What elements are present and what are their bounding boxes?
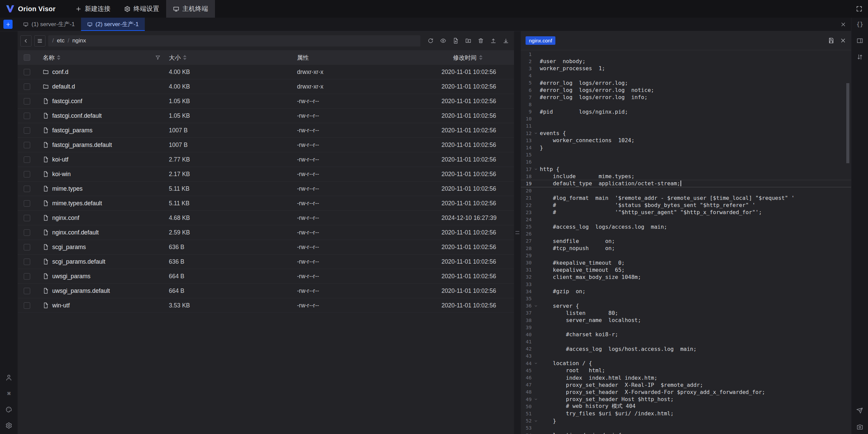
code-line[interactable]: 54 location /orion/api { xyxy=(521,432,851,434)
file-name[interactable]: koi-win xyxy=(52,171,71,178)
file-row[interactable]: koi-win2.17 KB-rw-r--r--2020-11-01 10:02… xyxy=(18,167,514,182)
code-line[interactable]: 46 index index.html index.htm; xyxy=(521,374,851,381)
sort-name-button[interactable] xyxy=(57,55,60,60)
file-row[interactable]: fastcgi_params.default1007 B-rw-r--r--20… xyxy=(18,138,514,152)
code-line[interactable]: 5#error_log logs/error.log; xyxy=(521,79,851,87)
code-line[interactable]: 25 #access_log logs/access.log main; xyxy=(521,223,851,230)
shortcuts-button[interactable]: ⌘ xyxy=(3,388,15,399)
row-checkbox[interactable] xyxy=(24,302,30,309)
row-checkbox[interactable] xyxy=(24,288,30,294)
code-line[interactable]: 4 xyxy=(521,72,851,79)
file-row[interactable]: mime.types.default5.11 KB-rw-r--r--2020-… xyxy=(18,196,514,211)
code-line[interactable]: 3worker_processes 1; xyxy=(521,65,851,72)
user-button[interactable] xyxy=(3,372,15,383)
preview-hidden-button[interactable] xyxy=(438,35,449,46)
code-line[interactable]: 38 server_name localhost; xyxy=(521,317,851,324)
file-name[interactable]: uwsgi_params xyxy=(52,273,91,280)
screenshot-button[interactable] xyxy=(854,421,866,433)
fullscreen-button[interactable] xyxy=(856,5,863,12)
code-line[interactable]: 22 # '$status $body_bytes_sent "$http_re… xyxy=(521,202,851,209)
menu-item-host-terminal[interactable]: 主机终端 xyxy=(166,0,215,18)
editor-close-button[interactable] xyxy=(840,37,846,44)
sort-size-button[interactable] xyxy=(183,55,186,60)
settings-button[interactable] xyxy=(3,420,15,431)
editor-scrollbar[interactable] xyxy=(846,83,849,163)
row-checkbox[interactable] xyxy=(24,69,30,75)
file-row[interactable]: nginx.conf.default2.59 KB-rw-r--r--2020-… xyxy=(18,225,514,240)
sort-mtime-button[interactable] xyxy=(479,55,482,60)
save-file-button[interactable] xyxy=(828,37,834,44)
select-all-checkbox[interactable] xyxy=(24,54,30,61)
code-line[interactable]: 32 client_max_body_size 1048m; xyxy=(521,273,851,281)
code-line[interactable]: 15 xyxy=(521,151,851,158)
code-line[interactable]: 30 #keepalive_timeout 0; xyxy=(521,259,851,266)
row-checkbox[interactable] xyxy=(24,171,30,177)
code-line[interactable]: 2#user nobody; xyxy=(521,58,851,65)
code-line[interactable]: 49 proxy_set_header Host $http_host; xyxy=(521,396,851,403)
list-view-button[interactable] xyxy=(34,35,45,46)
fold-toggle-icon[interactable] xyxy=(532,361,540,365)
row-checkbox[interactable] xyxy=(24,215,30,221)
panel-resizer[interactable] xyxy=(514,31,521,434)
row-checkbox[interactable] xyxy=(24,186,30,192)
code-line[interactable]: 51 try_files $uri $uri/ /index.html; xyxy=(521,410,851,417)
file-name[interactable]: conf.d xyxy=(52,69,68,76)
menu-item-terminal-settings[interactable]: 终端设置 xyxy=(117,0,166,18)
file-name[interactable]: fastcgi.conf.default xyxy=(52,112,102,119)
fold-toggle-icon[interactable] xyxy=(532,397,540,401)
path-segment[interactable]: etc xyxy=(57,37,65,44)
row-checkbox[interactable] xyxy=(24,113,30,119)
code-line[interactable]: 9#pid logs/nginx.pid; xyxy=(521,108,851,115)
code-line[interactable]: 45 root html; xyxy=(521,367,851,374)
code-line[interactable]: 40 #charset koi8-r; xyxy=(521,331,851,338)
code-line[interactable]: 11 xyxy=(521,122,851,130)
terminal-tab-1[interactable]: (1) server-生产-1 xyxy=(17,18,81,31)
code-line[interactable]: 13 worker_connections 1024; xyxy=(521,137,851,144)
code-line[interactable]: 7#error_log logs/error.log info; xyxy=(521,94,851,101)
file-name[interactable]: uwsgi_params.default xyxy=(52,287,110,295)
file-name[interactable]: mime.types.default xyxy=(52,200,102,207)
file-row[interactable]: mime.types5.11 KB-rw-r--r--2020-11-01 10… xyxy=(18,182,514,196)
file-row[interactable]: nginx.conf4.68 KB-rw-r--r--2024-12-10 16… xyxy=(18,211,514,225)
config-button[interactable]: {} xyxy=(854,19,866,30)
code-line[interactable]: 48 proxy_set_header X-Forwarded-For $pro… xyxy=(521,389,851,396)
terminal-tab-2[interactable]: (2) server-生产-1 xyxy=(81,18,145,31)
code-line[interactable]: 52 } xyxy=(521,417,851,424)
close-all-tabs-button[interactable] xyxy=(840,21,846,27)
new-file-button[interactable] xyxy=(450,35,461,46)
code-line[interactable]: 35 xyxy=(521,295,851,302)
delete-button[interactable] xyxy=(475,35,486,46)
code-line[interactable]: 14} xyxy=(521,144,851,151)
code-editor[interactable]: 12#user nobody;3worker_processes 1;45#er… xyxy=(521,50,851,434)
theme-button[interactable] xyxy=(3,404,15,415)
code-line[interactable]: 10 xyxy=(521,115,851,122)
code-line[interactable]: 33 xyxy=(521,281,851,288)
file-name[interactable]: scgi_params.default xyxy=(52,258,105,265)
code-line[interactable]: 19 default_type application/octet-stream… xyxy=(521,180,851,187)
code-line[interactable]: 44 location / { xyxy=(521,360,851,367)
swap-button[interactable] xyxy=(854,51,866,63)
file-row[interactable]: conf.d4.00 KBdrwxr-xr-x2020-11-01 10:02:… xyxy=(18,65,514,79)
code-line[interactable]: 18 include mime.types; xyxy=(521,173,851,180)
open-file-tag[interactable]: nginx.conf xyxy=(526,36,555,45)
file-name[interactable]: scgi_params xyxy=(52,244,86,251)
fold-toggle-icon[interactable] xyxy=(532,419,540,423)
code-line[interactable]: 42 #access_log logs/host.access.log main… xyxy=(521,345,851,353)
row-checkbox[interactable] xyxy=(24,142,30,148)
file-name[interactable]: fastcgi_params xyxy=(52,127,93,134)
fold-toggle-icon[interactable] xyxy=(532,167,540,171)
fold-toggle-icon[interactable] xyxy=(532,131,540,135)
path-breadcrumb[interactable]: /etc/nginx xyxy=(48,35,420,46)
refresh-button[interactable] xyxy=(425,35,436,46)
file-name[interactable]: fastcgi.conf xyxy=(52,98,82,105)
back-button[interactable] xyxy=(20,35,32,46)
code-line[interactable]: 17http { xyxy=(521,166,851,173)
code-line[interactable]: 37 listen 80; xyxy=(521,309,851,317)
file-row[interactable]: win-utf3.53 KB-rw-r--r--2020-11-01 10:02… xyxy=(18,298,514,313)
download-button[interactable] xyxy=(500,35,511,46)
code-line[interactable]: 31 keepalive_timeout 65; xyxy=(521,266,851,273)
code-line[interactable]: 6#error_log logs/error.log notice; xyxy=(521,87,851,94)
row-checkbox[interactable] xyxy=(24,229,30,236)
code-line[interactable]: 23 # '"$http_user_agent" "$http_x_forwar… xyxy=(521,209,851,216)
row-checkbox[interactable] xyxy=(24,200,30,207)
